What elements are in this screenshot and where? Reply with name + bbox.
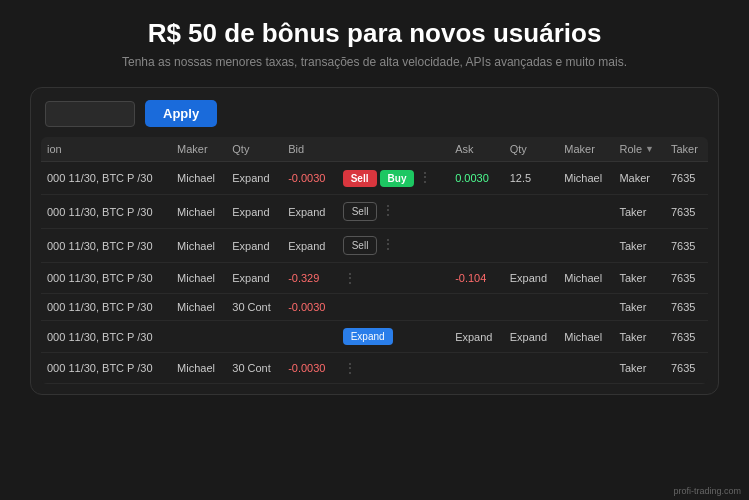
cell-ask-qty — [504, 353, 559, 384]
table-body: 000 11/30, BTC P /30MichaelExpand-0.0030… — [41, 162, 708, 384]
cell-ask-qty — [504, 229, 559, 263]
cell-maker: Michael — [171, 162, 226, 195]
cell-taker: 7635 — [665, 195, 708, 229]
cell-role: Maker — [613, 162, 664, 195]
table-row: 000 11/30, BTC P /30MichaelExpand-0.0030… — [41, 162, 708, 195]
cell-maker — [171, 321, 226, 353]
toolbar: Apply — [41, 98, 708, 129]
cell-bid-action: ⋮ — [337, 263, 449, 294]
cell-bid-action — [337, 294, 449, 321]
cell-qty: Expand — [226, 229, 282, 263]
col-ask-maker: Maker — [558, 137, 613, 162]
cell-qty: 30 Cont — [226, 353, 282, 384]
buy-button[interactable]: Buy — [380, 170, 415, 187]
cell-role: Taker — [613, 195, 664, 229]
cell-bid-action: Sell Buy ⋮ — [337, 162, 449, 195]
cell-ask-qty: Expand — [504, 321, 559, 353]
apply-button[interactable]: Apply — [145, 100, 217, 127]
cell-ask: 0.0030 — [449, 162, 504, 195]
cell-ask: Expand — [449, 321, 504, 353]
cell-role: Taker — [613, 294, 664, 321]
cell-maker: Michael — [171, 294, 226, 321]
cell-taker: 7635 — [665, 263, 708, 294]
cell-ask-maker — [558, 353, 613, 384]
col-ask-qty: Qty — [504, 137, 559, 162]
expand-bid-button[interactable]: Expand — [343, 328, 393, 345]
table-header-row: ion Maker Qty Bid Ask Qty Maker Role ▼ T… — [41, 137, 708, 162]
col-qty: Qty — [226, 137, 282, 162]
col-bid: Bid — [282, 137, 337, 162]
cell-ask-qty — [504, 294, 559, 321]
cell-ion: 000 11/30, BTC P /30 — [41, 229, 171, 263]
cell-ask-maker: Michael — [558, 162, 613, 195]
table-wrapper: ion Maker Qty Bid Ask Qty Maker Role ▼ T… — [41, 137, 708, 384]
cell-taker: 7635 — [665, 162, 708, 195]
banner-subtitle: Tenha as nossas menores taxas, transaçõe… — [20, 55, 729, 69]
filter-icon: ▼ — [645, 144, 654, 154]
cell-bid-action: Sell ⋮ — [337, 229, 449, 263]
main-table: ion Maker Qty Bid Ask Qty Maker Role ▼ T… — [41, 137, 708, 384]
cell-role: Taker — [613, 263, 664, 294]
cell-role: Taker — [613, 229, 664, 263]
cell-bid: -0.0030 — [282, 162, 337, 195]
cell-role: Taker — [613, 353, 664, 384]
cell-bid — [282, 321, 337, 353]
app-container: Apply ion Maker Qty Bid Ask Qty Maker Ro… — [30, 87, 719, 395]
cell-ask-maker — [558, 195, 613, 229]
cell-maker: Michael — [171, 229, 226, 263]
cell-maker: Michael — [171, 353, 226, 384]
cell-ask — [449, 195, 504, 229]
cell-ask-maker — [558, 294, 613, 321]
cell-maker: Michael — [171, 263, 226, 294]
cell-bid-action: Sell ⋮ — [337, 195, 449, 229]
cell-ask: -0.104 — [449, 263, 504, 294]
cell-ask — [449, 353, 504, 384]
cell-ion: 000 11/30, BTC P /30 — [41, 195, 171, 229]
cell-role: Taker — [613, 321, 664, 353]
cell-qty — [226, 321, 282, 353]
search-input[interactable] — [45, 101, 135, 127]
sell-outline-button[interactable]: Sell — [343, 202, 378, 221]
table-row: 000 11/30, BTC P /30Michael30 Cont-0.003… — [41, 353, 708, 384]
cell-ion: 000 11/30, BTC P /30 — [41, 353, 171, 384]
cell-taker: 7635 — [665, 294, 708, 321]
cell-qty: Expand — [226, 263, 282, 294]
watermark: profi-trading.com — [673, 486, 741, 496]
cell-taker: 7635 — [665, 321, 708, 353]
cell-bid: Expand — [282, 195, 337, 229]
cell-ask-maker — [558, 229, 613, 263]
cell-ask-maker: Michael — [558, 263, 613, 294]
cell-bid: Expand — [282, 229, 337, 263]
cell-maker: Michael — [171, 195, 226, 229]
cell-bid: -0.0030 — [282, 294, 337, 321]
table-row: 000 11/30, BTC P /30Michael30 Cont-0.003… — [41, 294, 708, 321]
cell-ion: 000 11/30, BTC P /30 — [41, 263, 171, 294]
cell-ask-maker: Michael — [558, 321, 613, 353]
separator: ⋮ — [414, 169, 432, 185]
cell-qty: 30 Cont — [226, 294, 282, 321]
cell-taker: 7635 — [665, 353, 708, 384]
cell-qty: Expand — [226, 195, 282, 229]
col-bid-action — [337, 137, 449, 162]
cell-ion: 000 11/30, BTC P /30 — [41, 294, 171, 321]
table-row: 000 11/30, BTC P /30MichaelExpand-0.329 … — [41, 263, 708, 294]
table-row: 000 11/30, BTC P /30ExpandExpandExpandMi… — [41, 321, 708, 353]
banner-title: R$ 50 de bônus para novos usuários — [20, 18, 729, 49]
cell-bid-action: ⋮ — [337, 353, 449, 384]
cell-ion: 000 11/30, BTC P /30 — [41, 321, 171, 353]
cell-ask-qty: 12.5 — [504, 162, 559, 195]
cell-bid: -0.0030 — [282, 353, 337, 384]
separator: ⋮ — [343, 360, 357, 376]
cell-ask — [449, 294, 504, 321]
cell-ask — [449, 229, 504, 263]
separator: ⋮ — [377, 202, 395, 218]
cell-ask-qty — [504, 195, 559, 229]
cell-qty: Expand — [226, 162, 282, 195]
sell-outline-button[interactable]: Sell — [343, 236, 378, 255]
col-role: Role ▼ — [613, 137, 664, 162]
col-taker: Taker — [665, 137, 708, 162]
cell-bid-action: Expand — [337, 321, 449, 353]
cell-ion: 000 11/30, BTC P /30 — [41, 162, 171, 195]
separator: ⋮ — [377, 236, 395, 252]
sell-button[interactable]: Sell — [343, 170, 377, 187]
